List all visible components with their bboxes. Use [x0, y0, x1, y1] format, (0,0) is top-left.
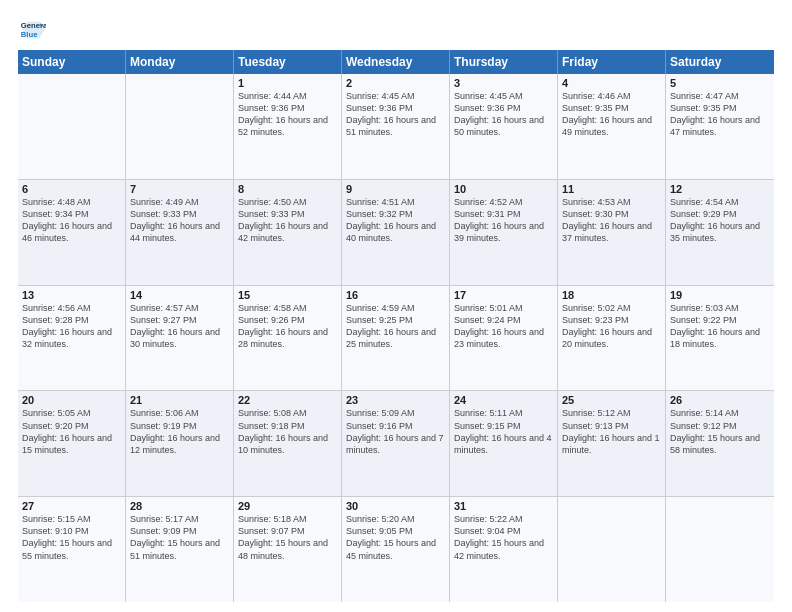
calendar: SundayMondayTuesdayWednesdayThursdayFrid…	[18, 50, 774, 602]
day-number: 28	[130, 500, 229, 512]
cell-info: Sunrise: 5:15 AMSunset: 9:10 PMDaylight:…	[22, 513, 121, 562]
calendar-week-4: 20Sunrise: 5:05 AMSunset: 9:20 PMDayligh…	[18, 391, 774, 497]
cell-info: Sunrise: 5:20 AMSunset: 9:05 PMDaylight:…	[346, 513, 445, 562]
svg-text:Blue: Blue	[21, 30, 38, 39]
calendar-cell-21: 21Sunrise: 5:06 AMSunset: 9:19 PMDayligh…	[126, 391, 234, 496]
day-number: 4	[562, 77, 661, 89]
calendar-cell-9: 9Sunrise: 4:51 AMSunset: 9:32 PMDaylight…	[342, 180, 450, 285]
day-number: 26	[670, 394, 770, 406]
cell-info: Sunrise: 5:11 AMSunset: 9:15 PMDaylight:…	[454, 407, 553, 456]
cell-info: Sunrise: 5:02 AMSunset: 9:23 PMDaylight:…	[562, 302, 661, 351]
cell-info: Sunrise: 4:58 AMSunset: 9:26 PMDaylight:…	[238, 302, 337, 351]
cell-info: Sunrise: 4:46 AMSunset: 9:35 PMDaylight:…	[562, 90, 661, 139]
calendar-cell-28: 28Sunrise: 5:17 AMSunset: 9:09 PMDayligh…	[126, 497, 234, 602]
calendar-cell-19: 19Sunrise: 5:03 AMSunset: 9:22 PMDayligh…	[666, 286, 774, 391]
cell-info: Sunrise: 5:18 AMSunset: 9:07 PMDaylight:…	[238, 513, 337, 562]
calendar-cell-24: 24Sunrise: 5:11 AMSunset: 9:15 PMDayligh…	[450, 391, 558, 496]
page: General Blue SundayMondayTuesdayWednesda…	[0, 0, 792, 612]
day-number: 10	[454, 183, 553, 195]
calendar-cell-1: 1Sunrise: 4:44 AMSunset: 9:36 PMDaylight…	[234, 74, 342, 179]
header-cell-saturday: Saturday	[666, 50, 774, 74]
header-cell-sunday: Sunday	[18, 50, 126, 74]
calendar-cell-2: 2Sunrise: 4:45 AMSunset: 9:36 PMDaylight…	[342, 74, 450, 179]
day-number: 17	[454, 289, 553, 301]
day-number: 1	[238, 77, 337, 89]
day-number: 29	[238, 500, 337, 512]
cell-info: Sunrise: 5:06 AMSunset: 9:19 PMDaylight:…	[130, 407, 229, 456]
day-number: 13	[22, 289, 121, 301]
cell-info: Sunrise: 4:48 AMSunset: 9:34 PMDaylight:…	[22, 196, 121, 245]
day-number: 5	[670, 77, 770, 89]
calendar-cell-11: 11Sunrise: 4:53 AMSunset: 9:30 PMDayligh…	[558, 180, 666, 285]
calendar-cell-8: 8Sunrise: 4:50 AMSunset: 9:33 PMDaylight…	[234, 180, 342, 285]
calendar-cell-16: 16Sunrise: 4:59 AMSunset: 9:25 PMDayligh…	[342, 286, 450, 391]
cell-info: Sunrise: 4:47 AMSunset: 9:35 PMDaylight:…	[670, 90, 770, 139]
cell-info: Sunrise: 5:05 AMSunset: 9:20 PMDaylight:…	[22, 407, 121, 456]
calendar-cell-6: 6Sunrise: 4:48 AMSunset: 9:34 PMDaylight…	[18, 180, 126, 285]
calendar-cell-30: 30Sunrise: 5:20 AMSunset: 9:05 PMDayligh…	[342, 497, 450, 602]
cell-info: Sunrise: 4:50 AMSunset: 9:33 PMDaylight:…	[238, 196, 337, 245]
calendar-cell-empty-4-5	[558, 497, 666, 602]
calendar-cell-17: 17Sunrise: 5:01 AMSunset: 9:24 PMDayligh…	[450, 286, 558, 391]
header-cell-friday: Friday	[558, 50, 666, 74]
calendar-cell-31: 31Sunrise: 5:22 AMSunset: 9:04 PMDayligh…	[450, 497, 558, 602]
logo-icon: General Blue	[18, 16, 46, 44]
calendar-body: 1Sunrise: 4:44 AMSunset: 9:36 PMDaylight…	[18, 74, 774, 602]
calendar-week-3: 13Sunrise: 4:56 AMSunset: 9:28 PMDayligh…	[18, 286, 774, 392]
header-cell-thursday: Thursday	[450, 50, 558, 74]
cell-info: Sunrise: 4:54 AMSunset: 9:29 PMDaylight:…	[670, 196, 770, 245]
calendar-cell-13: 13Sunrise: 4:56 AMSunset: 9:28 PMDayligh…	[18, 286, 126, 391]
day-number: 24	[454, 394, 553, 406]
calendar-week-2: 6Sunrise: 4:48 AMSunset: 9:34 PMDaylight…	[18, 180, 774, 286]
calendar-cell-22: 22Sunrise: 5:08 AMSunset: 9:18 PMDayligh…	[234, 391, 342, 496]
cell-info: Sunrise: 4:56 AMSunset: 9:28 PMDaylight:…	[22, 302, 121, 351]
calendar-week-5: 27Sunrise: 5:15 AMSunset: 9:10 PMDayligh…	[18, 497, 774, 602]
day-number: 7	[130, 183, 229, 195]
calendar-cell-25: 25Sunrise: 5:12 AMSunset: 9:13 PMDayligh…	[558, 391, 666, 496]
calendar-header: SundayMondayTuesdayWednesdayThursdayFrid…	[18, 50, 774, 74]
cell-info: Sunrise: 5:08 AMSunset: 9:18 PMDaylight:…	[238, 407, 337, 456]
day-number: 20	[22, 394, 121, 406]
calendar-cell-20: 20Sunrise: 5:05 AMSunset: 9:20 PMDayligh…	[18, 391, 126, 496]
header-cell-wednesday: Wednesday	[342, 50, 450, 74]
calendar-cell-29: 29Sunrise: 5:18 AMSunset: 9:07 PMDayligh…	[234, 497, 342, 602]
day-number: 30	[346, 500, 445, 512]
day-number: 9	[346, 183, 445, 195]
cell-info: Sunrise: 5:14 AMSunset: 9:12 PMDaylight:…	[670, 407, 770, 456]
calendar-week-1: 1Sunrise: 4:44 AMSunset: 9:36 PMDaylight…	[18, 74, 774, 180]
cell-info: Sunrise: 4:45 AMSunset: 9:36 PMDaylight:…	[454, 90, 553, 139]
calendar-cell-empty-0-0	[18, 74, 126, 179]
calendar-cell-3: 3Sunrise: 4:45 AMSunset: 9:36 PMDaylight…	[450, 74, 558, 179]
calendar-cell-10: 10Sunrise: 4:52 AMSunset: 9:31 PMDayligh…	[450, 180, 558, 285]
calendar-cell-27: 27Sunrise: 5:15 AMSunset: 9:10 PMDayligh…	[18, 497, 126, 602]
calendar-cell-14: 14Sunrise: 4:57 AMSunset: 9:27 PMDayligh…	[126, 286, 234, 391]
calendar-cell-15: 15Sunrise: 4:58 AMSunset: 9:26 PMDayligh…	[234, 286, 342, 391]
day-number: 3	[454, 77, 553, 89]
logo: General Blue	[18, 16, 48, 44]
cell-info: Sunrise: 5:17 AMSunset: 9:09 PMDaylight:…	[130, 513, 229, 562]
header: General Blue	[18, 16, 774, 44]
calendar-cell-empty-4-6	[666, 497, 774, 602]
calendar-cell-7: 7Sunrise: 4:49 AMSunset: 9:33 PMDaylight…	[126, 180, 234, 285]
day-number: 18	[562, 289, 661, 301]
day-number: 12	[670, 183, 770, 195]
calendar-cell-23: 23Sunrise: 5:09 AMSunset: 9:16 PMDayligh…	[342, 391, 450, 496]
day-number: 8	[238, 183, 337, 195]
cell-info: Sunrise: 4:53 AMSunset: 9:30 PMDaylight:…	[562, 196, 661, 245]
header-cell-monday: Monday	[126, 50, 234, 74]
cell-info: Sunrise: 4:59 AMSunset: 9:25 PMDaylight:…	[346, 302, 445, 351]
calendar-cell-5: 5Sunrise: 4:47 AMSunset: 9:35 PMDaylight…	[666, 74, 774, 179]
cell-info: Sunrise: 4:57 AMSunset: 9:27 PMDaylight:…	[130, 302, 229, 351]
cell-info: Sunrise: 4:51 AMSunset: 9:32 PMDaylight:…	[346, 196, 445, 245]
day-number: 23	[346, 394, 445, 406]
day-number: 31	[454, 500, 553, 512]
day-number: 14	[130, 289, 229, 301]
day-number: 22	[238, 394, 337, 406]
day-number: 15	[238, 289, 337, 301]
calendar-cell-empty-0-1	[126, 74, 234, 179]
cell-info: Sunrise: 5:22 AMSunset: 9:04 PMDaylight:…	[454, 513, 553, 562]
calendar-cell-12: 12Sunrise: 4:54 AMSunset: 9:29 PMDayligh…	[666, 180, 774, 285]
cell-info: Sunrise: 4:52 AMSunset: 9:31 PMDaylight:…	[454, 196, 553, 245]
cell-info: Sunrise: 4:44 AMSunset: 9:36 PMDaylight:…	[238, 90, 337, 139]
day-number: 16	[346, 289, 445, 301]
